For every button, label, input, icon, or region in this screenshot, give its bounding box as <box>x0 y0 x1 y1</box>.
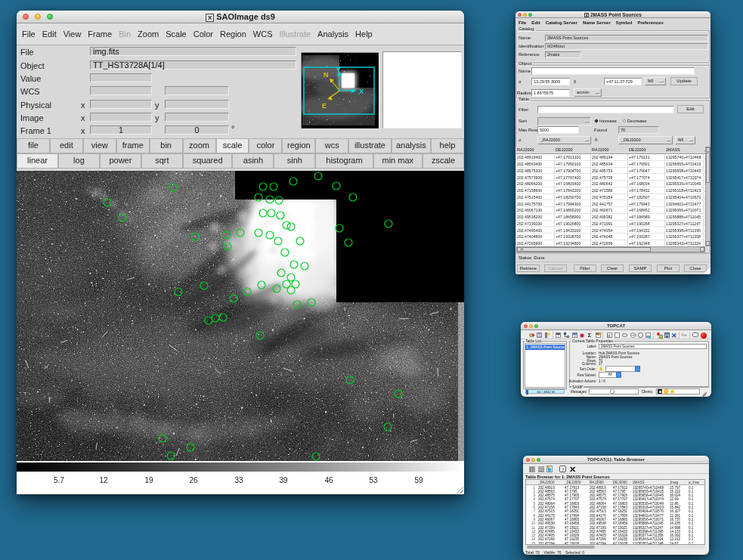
svg-text:E: E <box>322 102 327 110</box>
svg-text:Y: Y <box>336 66 341 73</box>
svg-text:X: X <box>359 88 364 95</box>
svg-text:N: N <box>324 71 329 79</box>
